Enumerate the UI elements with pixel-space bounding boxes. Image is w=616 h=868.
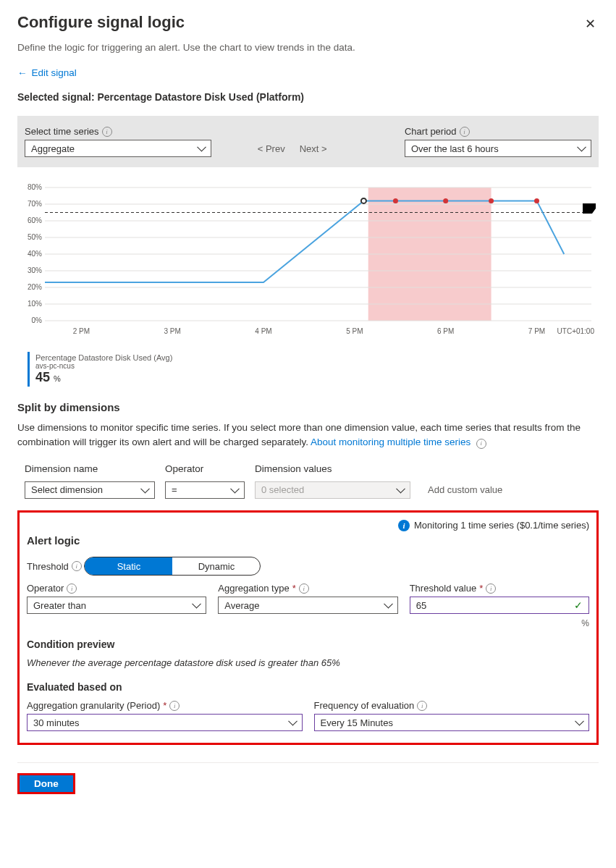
svg-text:30%: 30% <box>28 266 42 274</box>
threshold-static[interactable]: Static <box>85 557 172 575</box>
panel-title: Configure signal logic <box>17 13 185 32</box>
legend-unit: % <box>54 374 61 383</box>
granularity-value: 30 minutes <box>33 717 80 728</box>
dimension-values-value: 0 selected <box>261 484 304 495</box>
threshold-dynamic[interactable]: Dynamic <box>172 557 260 575</box>
col-dimension-name: Dimension name <box>25 463 155 474</box>
threshold-value-input[interactable]: 65 ✓ <box>410 597 589 614</box>
dimension-name-select[interactable]: Select dimension <box>25 481 155 499</box>
legend-series-name: Percentage Datastore Disk Used (Avg) <box>35 353 599 362</box>
svg-text:70%: 70% <box>28 200 42 208</box>
svg-text:40%: 40% <box>28 250 42 258</box>
info-icon[interactable]: i <box>169 701 180 711</box>
condition-preview-heading: Condition preview <box>27 639 589 650</box>
operator-label: Operator i <box>27 583 206 594</box>
svg-text:3 PM: 3 PM <box>164 327 180 335</box>
filter-bar: Select time series i Aggregate < Prev Ne… <box>17 116 599 167</box>
svg-text:7 PM: 7 PM <box>528 327 545 335</box>
svg-point-24 <box>534 198 539 203</box>
svg-point-20 <box>361 198 366 203</box>
chart-period-label: Chart period i <box>405 126 591 137</box>
info-icon[interactable]: i <box>476 439 486 449</box>
info-icon[interactable]: i <box>299 583 309 594</box>
selected-signal: Selected signal: Percentage Datastore Di… <box>17 91 599 103</box>
dimension-name-value: Select dimension <box>31 484 103 495</box>
chart-legend: Percentage Datastore Disk Used (Avg) avs… <box>28 352 599 387</box>
evaluated-heading: Evaluated based on <box>27 681 589 693</box>
info-icon[interactable]: i <box>486 583 496 594</box>
threshold-value-label-text: Threshold value <box>410 583 477 594</box>
chart-period-select[interactable]: Over the last 6 hours <box>405 140 591 157</box>
threshold-label: Threshold i <box>27 561 82 572</box>
svg-point-21 <box>393 198 398 203</box>
granularity-select[interactable]: 30 minutes <box>27 714 303 731</box>
dimension-op-value: = <box>172 484 177 495</box>
done-button[interactable]: Done <box>17 773 75 794</box>
chart: 0%10%20%30%40%50%60%70%80%2 PM3 PM4 PM5 … <box>17 180 599 342</box>
operator-value: Greater than <box>33 600 86 611</box>
frequency-label-text: Frequency of evaluation <box>314 700 415 711</box>
info-icon[interactable]: i <box>102 127 112 137</box>
col-dimension-values: Dimension values <box>255 463 410 474</box>
edit-signal-link[interactable]: ← Edit signal <box>17 67 77 78</box>
prev-button[interactable]: < Prev <box>258 143 285 154</box>
dimension-values-select[interactable]: 0 selected <box>255 481 410 499</box>
condition-preview-text: Whenever the average percentage datastor… <box>27 657 589 668</box>
granularity-label-text: Aggregation granularity (Period) <box>27 700 160 711</box>
time-series-label-text: Select time series <box>25 126 99 137</box>
alert-logic-section: i Monitoring 1 time series ($0.1/time se… <box>17 510 599 746</box>
aggregation-label: Aggregation type * i <box>218 583 397 594</box>
threshold-value: 65 <box>416 600 426 611</box>
panel-subtitle: Define the logic for triggering an alert… <box>17 42 599 53</box>
threshold-unit: % <box>410 618 589 628</box>
info-icon[interactable]: i <box>67 583 77 594</box>
frequency-value: Every 15 Minutes <box>321 717 393 728</box>
svg-text:4 PM: 4 PM <box>255 327 271 335</box>
time-series-value: Aggregate <box>31 143 75 154</box>
frequency-label: Frequency of evaluation i <box>314 700 590 711</box>
threshold-toggle[interactable]: Static Dynamic <box>84 557 261 576</box>
add-custom-value[interactable]: Add custom value <box>421 484 502 495</box>
alert-logic-heading: Alert logic <box>27 534 589 547</box>
close-icon[interactable]: ✕ <box>582 13 599 35</box>
arrow-left-icon: ← <box>17 67 28 78</box>
monitor-badge: i Monitoring 1 time series ($0.1/time se… <box>27 520 589 531</box>
granularity-label: Aggregation granularity (Period) * i <box>27 700 303 711</box>
cursor-icon <box>583 201 596 217</box>
dimensions-heading: Split by dimensions <box>17 401 599 413</box>
time-series-select[interactable]: Aggregate <box>25 140 211 157</box>
svg-text:60%: 60% <box>28 216 42 224</box>
dimensions-row: Select dimension = 0 selected Add custom… <box>17 479 599 506</box>
monitor-text: Monitoring 1 time series ($0.1/time seri… <box>414 520 589 531</box>
info-icon[interactable]: i <box>72 561 82 571</box>
svg-text:80%: 80% <box>28 183 42 191</box>
info-icon[interactable]: i <box>460 127 470 137</box>
dimensions-link[interactable]: About monitoring multiple time series <box>311 437 471 447</box>
legend-resource: avs-pc-ncus <box>35 362 599 370</box>
operator-select[interactable]: Greater than <box>27 597 206 614</box>
legend-value: 45 <box>35 370 50 384</box>
col-operator: Operator <box>165 463 245 474</box>
time-series-label: Select time series i <box>25 126 211 137</box>
frequency-select[interactable]: Every 15 Minutes <box>314 714 590 731</box>
threshold-value-label: Threshold value * i <box>410 583 589 594</box>
edit-signal-label: Edit signal <box>32 67 77 78</box>
svg-text:5 PM: 5 PM <box>346 327 363 335</box>
svg-point-22 <box>443 198 448 203</box>
dimension-operator-select[interactable]: = <box>165 481 245 499</box>
aggregation-select[interactable]: Average <box>218 597 397 614</box>
svg-text:UTC+01:00: UTC+01:00 <box>557 327 595 335</box>
dimensions-description: Use dimensions to monitor specific time … <box>17 421 599 450</box>
svg-text:10%: 10% <box>28 300 42 308</box>
svg-text:2 PM: 2 PM <box>73 327 90 335</box>
aggregation-value: Average <box>224 600 259 611</box>
threshold-label-text: Threshold <box>27 561 69 572</box>
next-button[interactable]: Next > <box>300 143 327 154</box>
info-icon[interactable]: i <box>417 701 427 711</box>
info-icon: i <box>398 520 410 531</box>
chart-period-label-text: Chart period <box>405 126 457 137</box>
svg-point-23 <box>489 198 494 203</box>
dimensions-desc-text: Use dimensions to monitor specific time … <box>17 422 581 447</box>
svg-text:50%: 50% <box>28 233 42 241</box>
chart-period-value: Over the last 6 hours <box>411 143 499 154</box>
